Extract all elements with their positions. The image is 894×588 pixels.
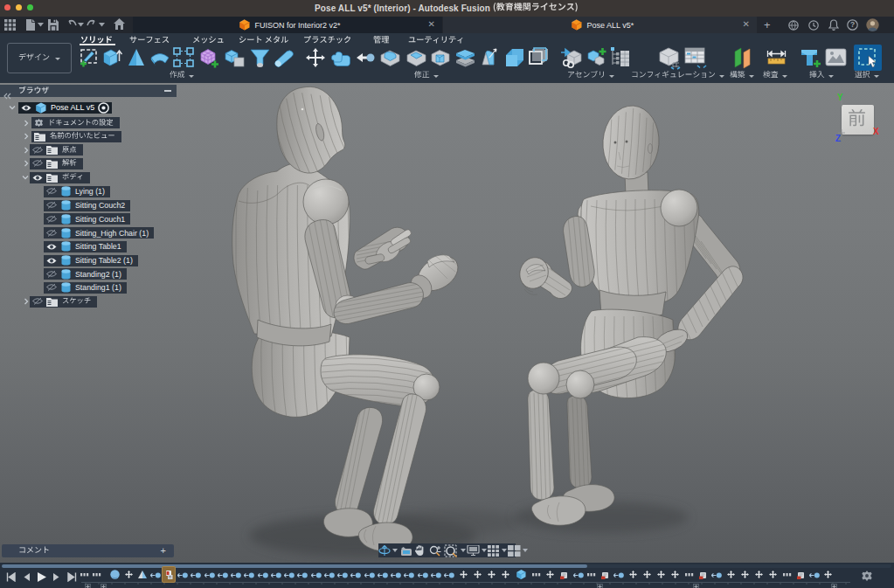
svg-text:?: ? [850,20,855,29]
